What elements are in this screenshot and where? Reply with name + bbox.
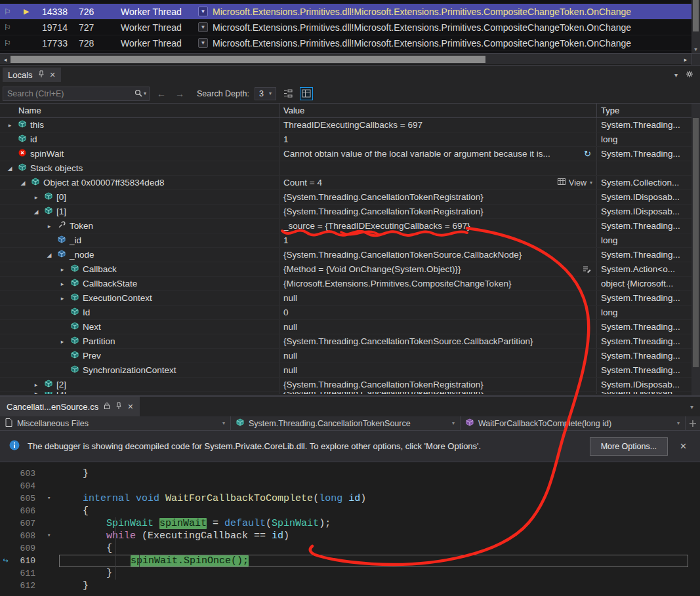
locals-row[interactable]: ▸[0]{System.Threading.CancellationTokenR… — [0, 190, 691, 205]
breakpoint-margin[interactable] — [0, 492, 12, 505]
threads-horizontal-scrollbar[interactable]: ◂ ▸ — [0, 53, 700, 64]
split-window-icon[interactable] — [686, 420, 700, 427]
locals-row[interactable]: SynchronizationContextnullSystem.Threadi… — [0, 363, 691, 378]
locals-row[interactable]: ▸[3]{System.Threading.CancellationTokenR… — [0, 392, 691, 394]
variable-value[interactable]: {System.Threading.CancellationTokenSourc… — [283, 336, 533, 346]
variable-value[interactable]: null — [283, 365, 297, 375]
tree-expander-icon[interactable]: ◢ — [31, 209, 41, 215]
column-header-type[interactable]: Type — [596, 104, 691, 117]
code-line[interactable]: ↪610 spinWait.SpinOnce(); — [0, 555, 700, 567]
tree-expander-icon[interactable]: ▸ — [31, 392, 41, 394]
variable-value[interactable]: {System.Threading.CancellationTokenRegis… — [283, 392, 484, 394]
project-dropdown[interactable]: Miscellaneous Files ▾ — [0, 416, 231, 431]
pin-icon[interactable] — [115, 402, 122, 412]
threads-vertical-scrollbar[interactable]: ▼ — [691, 0, 700, 53]
variable-value[interactable]: {System.Threading.CancellationTokenRegis… — [283, 192, 484, 202]
locals-row[interactable]: ◢[1]{System.Threading.CancellationTokenR… — [0, 205, 691, 219]
tree-expander-icon[interactable]: ▸ — [58, 338, 67, 345]
tree-expander-icon[interactable]: ▸ — [58, 281, 67, 287]
breakpoint-margin[interactable] — [0, 567, 12, 580]
refresh-icon[interactable]: ↻ — [580, 149, 591, 159]
view-button[interactable]: View▾ — [554, 176, 592, 189]
tree-expander-icon[interactable]: ◢ — [45, 252, 54, 258]
breakpoint-margin[interactable] — [0, 480, 12, 492]
locals-row[interactable]: ▸Callback{Method = {Void OnChange(System… — [0, 262, 691, 277]
locals-row[interactable]: NextnullSystem.Threading... — [0, 320, 691, 334]
grid-view-icon[interactable] — [300, 87, 313, 100]
variable-value[interactable]: 1 — [283, 134, 289, 144]
location-expander-icon[interactable]: ▼ — [198, 38, 208, 48]
member-dropdown[interactable]: WaitForCallbackToComplete(long id) ▾ — [461, 416, 686, 431]
code-line[interactable]: 607 SpinWait spinWait = default(SpinWait… — [0, 517, 700, 530]
code-line[interactable]: 612 } — [0, 580, 700, 592]
scroll-right-icon[interactable]: ▸ — [680, 54, 691, 65]
tree-view-icon[interactable] — [281, 87, 295, 100]
search-depth-select[interactable]: 3 ▾ — [255, 87, 276, 100]
locals-row[interactable]: spinWaitCannot obtain value of the local… — [0, 147, 691, 161]
gear-icon[interactable] — [686, 70, 693, 79]
code-line[interactable]: 604 — [0, 480, 700, 492]
tree-expander-icon[interactable]: ◢ — [5, 165, 14, 172]
breakpoint-margin[interactable] — [0, 580, 12, 592]
variable-value[interactable]: {System.Threading.CancellationTokenSourc… — [283, 250, 522, 260]
variable-value[interactable]: Count = 4 — [283, 178, 322, 188]
thread-row[interactable]: ⚐▶14338726Worker Thread▼Microsoft.Extens… — [0, 4, 691, 20]
method-view-icon[interactable] — [579, 266, 591, 273]
location-expander-icon[interactable]: ▼ — [198, 7, 208, 16]
locals-row[interactable]: ▸CallbackState{Microsoft.Extensions.Prim… — [0, 277, 691, 291]
locals-row[interactable]: id1long — [0, 132, 691, 147]
breakpoint-margin[interactable] — [0, 505, 12, 517]
variable-value[interactable]: 0 — [283, 308, 289, 317]
thread-flag-icon[interactable]: ⚐ — [0, 7, 20, 16]
fold-chevron-icon[interactable]: ▾ — [42, 492, 59, 505]
variable-value[interactable]: null — [283, 322, 297, 332]
scroll-down-icon[interactable]: ▼ — [691, 47, 700, 52]
pin-icon[interactable] — [38, 70, 45, 80]
tree-expander-icon[interactable]: ◢ — [18, 180, 28, 186]
type-dropdown[interactable]: System.Threading.CancellationTokenSource… — [231, 416, 461, 431]
variable-value[interactable]: {System.Threading.CancellationTokenRegis… — [283, 380, 484, 389]
close-icon[interactable]: ✕ — [127, 403, 133, 411]
thread-flag-icon[interactable]: ⚐ — [0, 23, 20, 32]
locals-row[interactable]: ▸Token_source = {ThreadIDExecutingCallba… — [0, 219, 691, 233]
column-header-name[interactable]: Name — [0, 104, 279, 117]
locals-row[interactable]: ▸Partition{System.Threading.Cancellation… — [0, 334, 691, 349]
variable-value[interactable]: Cannot obtain value of the local variabl… — [283, 149, 550, 159]
variable-value[interactable]: ThreadIDExecutingCallbacks = 697 — [283, 120, 422, 130]
tree-expander-icon[interactable]: ▸ — [5, 122, 14, 129]
document-list-chevron-icon[interactable]: ▾ — [690, 403, 700, 410]
variable-value[interactable]: null — [283, 351, 297, 361]
tree-expander-icon[interactable]: ▸ — [58, 266, 67, 273]
locals-row[interactable]: PrevnullSystem.Threading... — [0, 349, 691, 363]
tab-cancellationtokensource[interactable]: Cancellati...enSource.cs ✕ — [0, 397, 140, 416]
locals-vertical-scrollbar[interactable] — [691, 104, 700, 395]
variable-value[interactable]: {Method = {Void OnChange(System.Object)}… — [283, 264, 461, 274]
locals-row[interactable]: ▸ExecutionContextnullSystem.Threading... — [0, 291, 691, 306]
scrollbar-thumb[interactable] — [693, 118, 699, 367]
search-icon[interactable] — [134, 89, 142, 98]
search-box[interactable]: ▾ — [3, 87, 150, 101]
close-icon[interactable]: ✕ — [50, 71, 56, 79]
code-line[interactable]: 608▾ while (ExecutingCallback == id) — [0, 530, 700, 542]
thread-flag-icon[interactable]: ⚐ — [0, 39, 20, 48]
variable-value[interactable]: {Microsoft.Extensions.Primitives.Composi… — [283, 279, 511, 288]
locals-row[interactable]: ◢_node{System.Threading.CancellationToke… — [0, 248, 691, 262]
locals-row[interactable]: Id0long — [0, 306, 691, 320]
scrollbar-thumb[interactable] — [693, 0, 699, 31]
column-header-value[interactable]: Value — [279, 104, 596, 117]
code-line[interactable]: 611 } — [0, 567, 700, 580]
scroll-left-icon[interactable]: ◂ — [0, 54, 10, 65]
code-line[interactable]: 605▾ internal void WaitForCallbackToComp… — [0, 492, 700, 505]
breakpoint-margin[interactable] — [0, 542, 12, 555]
tab-locals[interactable]: Locals ✕ — [3, 68, 61, 82]
variable-value[interactable]: {System.Threading.CancellationTokenRegis… — [283, 207, 484, 216]
tree-expander-icon[interactable]: ▸ — [31, 194, 41, 201]
search-input[interactable] — [3, 89, 134, 98]
locals-row[interactable]: ◢Stack objects — [0, 161, 691, 176]
thread-row[interactable]: ⚐19714727Worker Thread▼Microsoft.Extensi… — [0, 20, 691, 35]
location-expander-icon[interactable]: ▼ — [198, 22, 208, 32]
breakpoint-margin[interactable] — [0, 467, 12, 480]
close-icon[interactable]: ✕ — [676, 441, 691, 451]
breakpoint-margin[interactable] — [0, 530, 12, 542]
locals-row[interactable]: ▸[2]{System.Threading.CancellationTokenR… — [0, 378, 691, 392]
